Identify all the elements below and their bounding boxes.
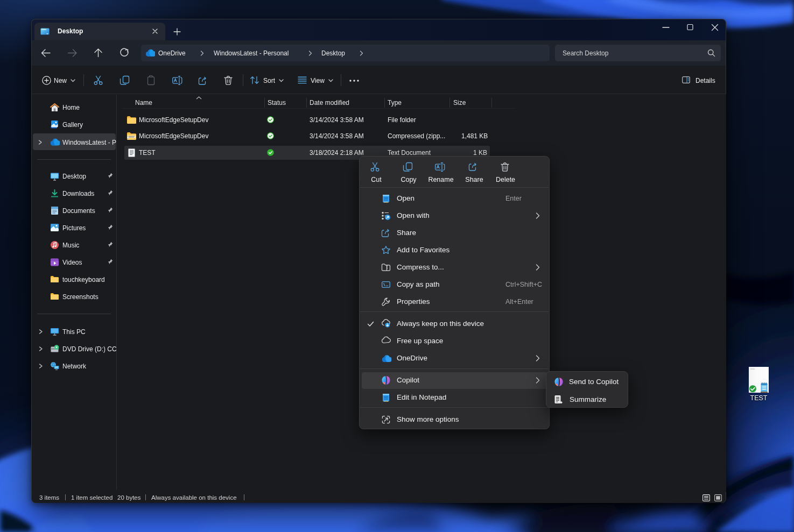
svg-text:TEST: TEST xyxy=(750,394,768,402)
